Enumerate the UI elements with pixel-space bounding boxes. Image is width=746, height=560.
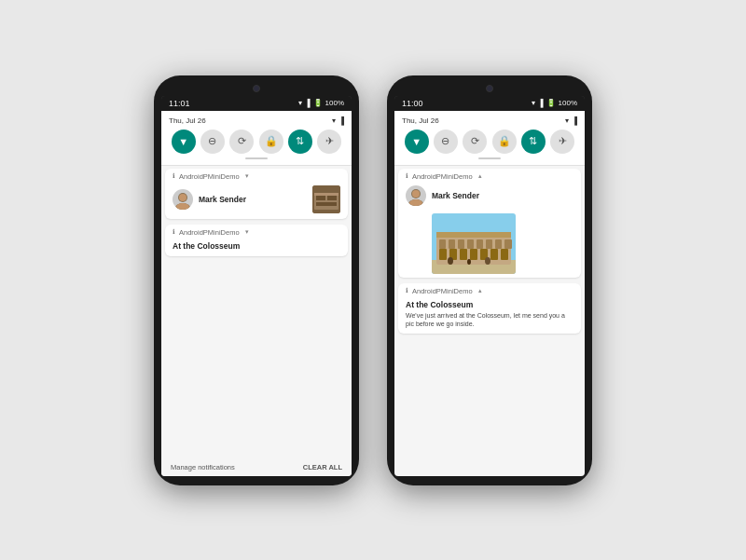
- qs-dnd-btn[interactable]: ⊖: [200, 130, 225, 154]
- qs-signal-icon-r: ▐: [572, 116, 577, 125]
- qs-signal-icon: ▐: [338, 116, 344, 125]
- svg-rect-17: [439, 249, 447, 260]
- phone-screen-right: 11:00 ▾ ▐ 🔋 100% Thu, Jul 26 ▾ ▐: [394, 96, 585, 476]
- qs-dnd-btn-r[interactable]: ⊖: [434, 130, 458, 154]
- notif-text-r1: Mark Sender: [432, 191, 573, 200]
- qs-airplane-btn[interactable]: ✈: [317, 130, 341, 154]
- notif-chevron-r2: ▴: [478, 287, 482, 294]
- notif-expanded-text-2: We've just arrived at the Colosseum, let…: [406, 311, 573, 328]
- camera-dot: [253, 85, 260, 92]
- svg-rect-9: [314, 193, 338, 196]
- svg-rect-27: [467, 239, 474, 249]
- svg-point-35: [485, 257, 490, 265]
- notifications-area-left: ℹ AndroidPMiniDemo ▾: [161, 166, 352, 458]
- qs-airplane-btn-r[interactable]: ✈: [550, 130, 574, 154]
- notif-chevron-r1: ▴: [478, 172, 482, 180]
- notif-app-2: AndroidPMiniDemo: [179, 228, 240, 237]
- notification-shade-right: Thu, Jul 26 ▾ ▐ ▼ ⊖ ⟳ 🔒 ⇅ ✈: [394, 111, 585, 476]
- notif-header-r2: ℹ AndroidPMiniDemo ▴: [398, 283, 581, 297]
- status-bar-right: 11:00 ▾ ▐ 🔋 100%: [394, 96, 585, 111]
- qs-date-right: Thu, Jul 26 ▾ ▐: [402, 116, 577, 125]
- left-phone: 11:01 ▾ ▐ 🔋 100% Thu, Jul 26 ▾ ▐: [154, 75, 359, 485]
- notif-card-2[interactable]: ℹ AndroidPMiniDemo ▾ At the Colosseum: [165, 225, 348, 256]
- svg-rect-31: [504, 239, 512, 249]
- qs-handle-r: [478, 157, 501, 159]
- notif-expanded-2[interactable]: ℹ AndroidPMiniDemo ▴ At the Colosseum We…: [398, 283, 581, 334]
- wifi-status-icon-r: ▾: [532, 99, 535, 107]
- svg-point-2: [179, 194, 186, 201]
- quick-settings-icons-left: ▼ ⊖ ⟳ 🔒 ⇅ ✈: [169, 130, 344, 154]
- notif-expanded-body-2: At the Colosseum We've just arrived at t…: [398, 297, 581, 334]
- battery-right: 100%: [559, 99, 577, 107]
- camera-dot-right: [486, 85, 493, 92]
- svg-rect-8: [316, 202, 337, 206]
- notif-header-2: ℹ AndroidPMiniDemo ▾: [165, 225, 348, 239]
- notif-text-2: At the Colosseum: [173, 241, 340, 251]
- qs-wifi-btn-r[interactable]: ▼: [405, 130, 429, 154]
- qs-lock-btn-r[interactable]: 🔒: [492, 130, 517, 154]
- battery-left: 100%: [325, 99, 344, 107]
- notif-title-1: Mark Sender: [199, 195, 307, 204]
- signal-icon: ▐: [305, 99, 311, 107]
- colosseum-image: [432, 213, 516, 274]
- time-right: 11:00: [402, 99, 423, 108]
- qs-data-btn-r[interactable]: ⇅: [521, 130, 546, 154]
- qs-wifi-icon: ▾: [332, 116, 336, 125]
- notif-expanded-title-2: At the Colosseum: [406, 300, 573, 309]
- notif-title-r1: Mark Sender: [432, 191, 573, 200]
- svg-rect-22: [490, 249, 498, 260]
- notif-card-1[interactable]: ℹ AndroidPMiniDemo ▾: [165, 169, 348, 219]
- svg-rect-32: [436, 232, 511, 238]
- svg-rect-28: [477, 239, 483, 249]
- notif-expanded-1[interactable]: ℹ AndroidPMiniDemo ▴: [398, 169, 581, 278]
- time-left: 11:01: [169, 99, 190, 108]
- notif-chevron-2: ▾: [245, 228, 249, 236]
- battery-icon-right: 🔋: [546, 99, 556, 107]
- svg-rect-30: [495, 239, 502, 249]
- qs-wifi-btn[interactable]: ▼: [172, 130, 196, 154]
- notif-avatar-r1: [406, 185, 426, 206]
- notif-app-r1: AndroidPMiniDemo: [412, 172, 473, 181]
- svg-point-34: [467, 259, 471, 265]
- svg-rect-23: [501, 249, 508, 260]
- quick-settings-icons-right: ▼ ⊖ ⟳ 🔒 ⇅ ✈: [402, 130, 577, 154]
- notif-header-r1: ℹ AndroidPMiniDemo ▴: [398, 169, 581, 183]
- notif-body-r1: Mark Sender: [398, 183, 581, 212]
- qs-wifi-icon-r: ▾: [565, 116, 569, 125]
- info-icon-r2: ℹ: [406, 287, 408, 294]
- qs-rotate-btn-r[interactable]: ⟳: [463, 130, 487, 154]
- notif-chevron-1: ▾: [245, 172, 249, 180]
- manage-notifications-btn[interactable]: Manage notifications: [171, 463, 235, 471]
- qs-date-left: Thu, Jul 26 ▾ ▐: [169, 116, 344, 125]
- qs-rotate-btn[interactable]: ⟳: [229, 130, 254, 154]
- notif-app-1: AndroidPMiniDemo: [179, 172, 240, 181]
- info-icon-2: ℹ: [173, 228, 175, 236]
- svg-rect-29: [486, 239, 492, 249]
- qs-lock-btn[interactable]: 🔒: [259, 130, 283, 154]
- quick-settings-left: Thu, Jul 26 ▾ ▐ ▼ ⊖ ⟳ 🔒 ⇅ ✈: [161, 111, 352, 166]
- status-bar-left: 11:01 ▾ ▐ 🔋 100%: [161, 96, 352, 111]
- bottom-bar-left: Manage notifications CLEAR ALL: [161, 458, 352, 476]
- svg-point-33: [448, 257, 453, 265]
- notification-shade-left: Thu, Jul 26 ▾ ▐ ▼ ⊖ ⟳ 🔒 ⇅ ✈: [161, 111, 352, 476]
- qs-data-btn[interactable]: ⇅: [288, 130, 312, 154]
- quick-settings-right: Thu, Jul 26 ▾ ▐ ▼ ⊖ ⟳ 🔒 ⇅ ✈: [394, 111, 585, 166]
- right-phone: 11:00 ▾ ▐ 🔋 100% Thu, Jul 26 ▾ ▐: [387, 75, 592, 485]
- battery-icon-left: 🔋: [313, 99, 323, 107]
- info-icon-1: ℹ: [173, 172, 175, 180]
- svg-rect-20: [470, 249, 477, 260]
- svg-point-12: [412, 190, 420, 198]
- svg-rect-25: [449, 239, 455, 249]
- svg-rect-24: [439, 239, 446, 249]
- clear-all-btn[interactable]: CLEAR ALL: [303, 463, 342, 471]
- notif-app-r2: AndroidPMiniDemo: [412, 287, 473, 295]
- qs-handle: [245, 157, 268, 159]
- wifi-status-icon: ▾: [298, 99, 302, 107]
- notif-title-2: At the Colosseum: [173, 241, 340, 251]
- signal-icon-r: ▐: [538, 99, 544, 107]
- svg-rect-26: [458, 239, 464, 249]
- notif-body-1: Mark Sender: [165, 183, 348, 219]
- notif-header-1: ℹ AndroidPMiniDemo ▾: [165, 169, 348, 183]
- notifications-area-right: ℹ AndroidPMiniDemo ▴: [394, 166, 585, 476]
- info-icon-r1: ℹ: [406, 172, 408, 180]
